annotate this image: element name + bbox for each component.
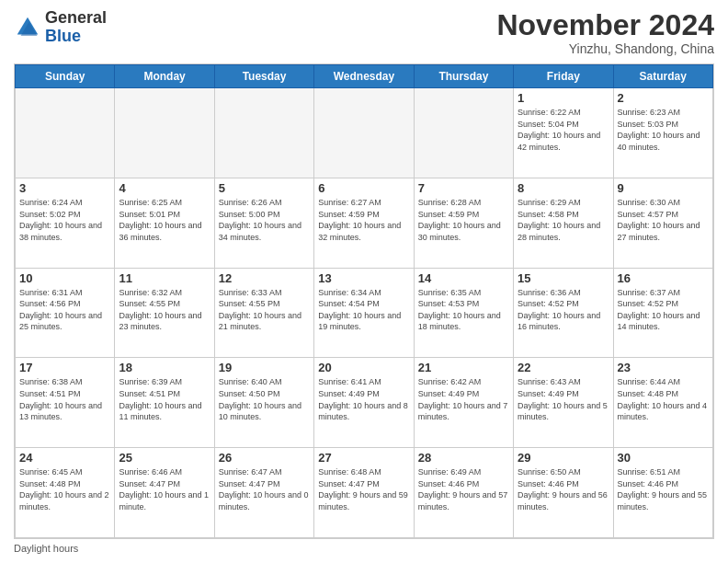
day-info: Sunrise: 6:29 AM Sunset: 4:58 PM Dayligh… — [518, 197, 609, 243]
day-cell: 3Sunrise: 6:24 AM Sunset: 5:02 PM Daylig… — [16, 178, 115, 268]
day-cell — [314, 88, 414, 178]
calendar-week: 1Sunrise: 6:22 AM Sunset: 5:04 PM Daylig… — [16, 88, 713, 178]
day-number: 16 — [618, 271, 709, 285]
footer: Daylight hours — [14, 543, 714, 554]
day-cell: 11Sunrise: 6:32 AM Sunset: 4:55 PM Dayli… — [115, 268, 214, 358]
day-cell: 20Sunrise: 6:41 AM Sunset: 4:49 PM Dayli… — [314, 358, 414, 448]
day-info: Sunrise: 6:49 AM Sunset: 4:46 PM Dayligh… — [418, 466, 509, 512]
day-number: 17 — [19, 361, 110, 374]
day-info: Sunrise: 6:27 AM Sunset: 4:59 PM Dayligh… — [318, 197, 409, 243]
day-number: 11 — [119, 271, 210, 285]
day-cell: 21Sunrise: 6:42 AM Sunset: 4:49 PM Dayli… — [414, 358, 513, 448]
day-number: 7 — [418, 181, 509, 195]
logo-blue: Blue — [45, 28, 107, 46]
day-cell: 22Sunrise: 6:43 AM Sunset: 4:49 PM Dayli… — [514, 358, 613, 448]
calendar: SundayMondayTuesdayWednesdayThursdayFrid… — [14, 63, 714, 539]
day-cell: 26Sunrise: 6:47 AM Sunset: 4:47 PM Dayli… — [214, 448, 313, 538]
day-cell: 13Sunrise: 6:34 AM Sunset: 4:54 PM Dayli… — [314, 268, 414, 358]
day-number: 6 — [318, 181, 409, 195]
day-number: 23 — [618, 361, 709, 374]
day-number: 15 — [518, 271, 609, 285]
day-number: 25 — [119, 451, 210, 465]
day-cell: 5Sunrise: 6:26 AM Sunset: 5:00 PM Daylig… — [214, 178, 313, 268]
day-info: Sunrise: 6:24 AM Sunset: 5:02 PM Dayligh… — [19, 197, 110, 243]
day-info: Sunrise: 6:28 AM Sunset: 4:59 PM Dayligh… — [418, 197, 509, 243]
day-cell: 14Sunrise: 6:35 AM Sunset: 4:53 PM Dayli… — [414, 268, 513, 358]
day-number: 28 — [418, 451, 509, 465]
weekday-header: Friday — [514, 65, 613, 88]
logo-icon — [14, 14, 41, 41]
day-cell — [214, 88, 313, 178]
day-number: 9 — [618, 181, 709, 195]
logo: General Blue — [14, 9, 107, 46]
day-number: 13 — [318, 271, 409, 285]
day-number: 18 — [119, 361, 210, 374]
day-cell: 29Sunrise: 6:50 AM Sunset: 4:46 PM Dayli… — [514, 448, 613, 538]
day-cell — [16, 88, 115, 178]
day-number: 20 — [318, 361, 409, 374]
day-number: 19 — [219, 361, 310, 374]
day-info: Sunrise: 6:32 AM Sunset: 4:55 PM Dayligh… — [119, 287, 210, 333]
subtitle: Yinzhu, Shandong, China — [496, 41, 714, 56]
day-cell: 7Sunrise: 6:28 AM Sunset: 4:59 PM Daylig… — [414, 178, 513, 268]
day-cell: 8Sunrise: 6:29 AM Sunset: 4:58 PM Daylig… — [514, 178, 613, 268]
day-info: Sunrise: 6:31 AM Sunset: 4:56 PM Dayligh… — [19, 287, 110, 333]
title-block: November 2024 Yinzhu, Shandong, China — [496, 9, 714, 56]
page: General Blue November 2024 Yinzhu, Shand… — [0, 0, 728, 563]
month-title: November 2024 — [496, 9, 714, 41]
weekday-header: Monday — [115, 65, 214, 88]
day-cell: 23Sunrise: 6:44 AM Sunset: 4:48 PM Dayli… — [613, 358, 712, 448]
day-number: 26 — [219, 451, 310, 465]
day-cell: 16Sunrise: 6:37 AM Sunset: 4:52 PM Dayli… — [613, 268, 712, 358]
calendar-week: 10Sunrise: 6:31 AM Sunset: 4:56 PM Dayli… — [16, 268, 713, 358]
day-cell: 24Sunrise: 6:45 AM Sunset: 4:48 PM Dayli… — [16, 448, 115, 538]
day-cell: 27Sunrise: 6:48 AM Sunset: 4:47 PM Dayli… — [314, 448, 414, 538]
day-number: 8 — [518, 181, 609, 195]
logo-general: General — [45, 9, 107, 28]
footer-text: Daylight hours — [14, 543, 78, 554]
calendar-week: 17Sunrise: 6:38 AM Sunset: 4:51 PM Dayli… — [16, 358, 713, 448]
day-cell: 25Sunrise: 6:46 AM Sunset: 4:47 PM Dayli… — [115, 448, 214, 538]
day-number: 12 — [219, 271, 310, 285]
day-cell: 19Sunrise: 6:40 AM Sunset: 4:50 PM Dayli… — [214, 358, 313, 448]
day-info: Sunrise: 6:51 AM Sunset: 4:46 PM Dayligh… — [618, 466, 709, 512]
day-cell: 1Sunrise: 6:22 AM Sunset: 5:04 PM Daylig… — [514, 88, 613, 178]
day-number: 21 — [418, 361, 509, 374]
day-cell: 2Sunrise: 6:23 AM Sunset: 5:03 PM Daylig… — [613, 88, 712, 178]
day-number: 5 — [219, 181, 310, 195]
day-number: 4 — [119, 181, 210, 195]
day-number: 1 — [518, 91, 609, 105]
day-cell: 30Sunrise: 6:51 AM Sunset: 4:46 PM Dayli… — [613, 448, 712, 538]
day-info: Sunrise: 6:43 AM Sunset: 4:49 PM Dayligh… — [518, 376, 609, 422]
day-info: Sunrise: 6:42 AM Sunset: 4:49 PM Dayligh… — [418, 376, 509, 422]
day-number: 2 — [618, 91, 709, 105]
day-info: Sunrise: 6:45 AM Sunset: 4:48 PM Dayligh… — [19, 466, 110, 512]
header: General Blue November 2024 Yinzhu, Shand… — [14, 9, 714, 56]
day-number: 29 — [518, 451, 609, 465]
day-number: 22 — [518, 361, 609, 374]
day-number: 14 — [418, 271, 509, 285]
day-info: Sunrise: 6:48 AM Sunset: 4:47 PM Dayligh… — [318, 466, 409, 512]
weekday-header: Sunday — [16, 65, 115, 88]
weekday-header: Thursday — [414, 65, 513, 88]
day-info: Sunrise: 6:34 AM Sunset: 4:54 PM Dayligh… — [318, 287, 409, 333]
weekday-header: Saturday — [613, 65, 712, 88]
day-info: Sunrise: 6:37 AM Sunset: 4:52 PM Dayligh… — [618, 287, 709, 333]
day-cell: 17Sunrise: 6:38 AM Sunset: 4:51 PM Dayli… — [16, 358, 115, 448]
day-info: Sunrise: 6:39 AM Sunset: 4:51 PM Dayligh… — [119, 376, 210, 422]
day-cell — [414, 88, 513, 178]
day-info: Sunrise: 6:40 AM Sunset: 4:50 PM Dayligh… — [219, 376, 310, 422]
calendar-table: SundayMondayTuesdayWednesdayThursdayFrid… — [15, 64, 713, 538]
weekday-header: Wednesday — [314, 65, 414, 88]
day-info: Sunrise: 6:30 AM Sunset: 4:57 PM Dayligh… — [618, 197, 709, 243]
day-number: 3 — [19, 181, 110, 195]
day-info: Sunrise: 6:26 AM Sunset: 5:00 PM Dayligh… — [219, 197, 310, 243]
calendar-week: 24Sunrise: 6:45 AM Sunset: 4:48 PM Dayli… — [16, 448, 713, 538]
day-number: 30 — [618, 451, 709, 465]
day-cell: 18Sunrise: 6:39 AM Sunset: 4:51 PM Dayli… — [115, 358, 214, 448]
day-number: 10 — [19, 271, 110, 285]
day-info: Sunrise: 6:50 AM Sunset: 4:46 PM Dayligh… — [518, 466, 609, 512]
calendar-body: 1Sunrise: 6:22 AM Sunset: 5:04 PM Daylig… — [16, 88, 713, 538]
day-info: Sunrise: 6:33 AM Sunset: 4:55 PM Dayligh… — [219, 287, 310, 333]
day-cell: 15Sunrise: 6:36 AM Sunset: 4:52 PM Dayli… — [514, 268, 613, 358]
